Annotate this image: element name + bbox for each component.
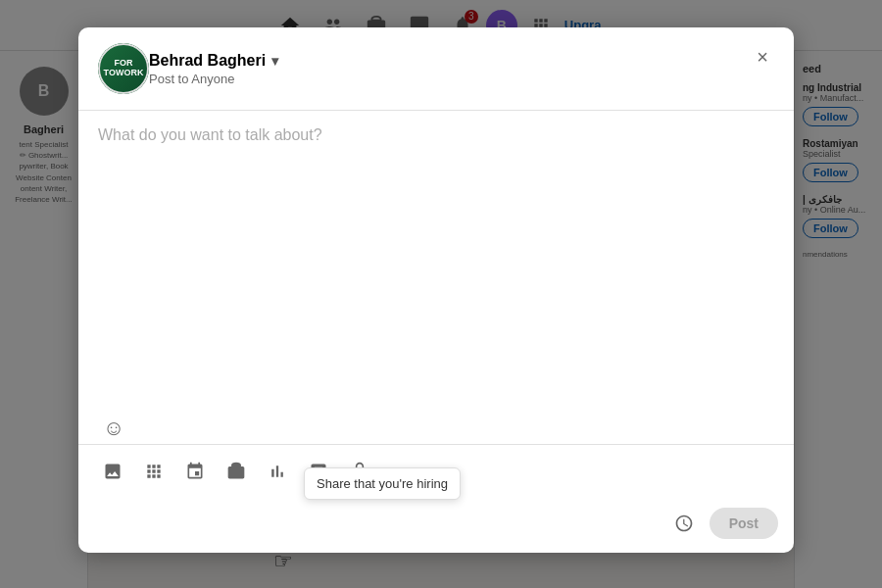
close-button[interactable]: ×	[747, 41, 778, 73]
modal-footer: Post	[78, 498, 794, 553]
post-button[interactable]: Post	[710, 508, 778, 539]
modal-avatar: FORTOWORK	[98, 43, 149, 94]
tooltip: Share that you're hiring	[304, 467, 461, 500]
username-text: Behrad Bagheri	[149, 52, 266, 70]
modal-username: Behrad Bagheri ▾	[149, 52, 774, 70]
emoji-button[interactable]: ☺	[98, 413, 129, 444]
photo-toolbar-btn[interactable]	[94, 453, 131, 490]
video-toolbar-btn[interactable]	[135, 453, 172, 490]
post-modal: FORTOWORK Behrad Bagheri ▾ Post to Anyon…	[78, 27, 794, 553]
hiring-toolbar-btn[interactable]	[218, 453, 255, 490]
chart-toolbar-btn[interactable]	[259, 453, 296, 490]
modal-placeholder-text: What do you want to talk about?	[98, 126, 774, 144]
event-toolbar-btn[interactable]	[176, 453, 214, 490]
dropdown-arrow[interactable]: ▾	[271, 53, 278, 69]
modal-post-target: Post to Anyone	[149, 72, 774, 86]
modal-user-info: Behrad Bagheri ▾ Post to Anyone	[149, 52, 774, 86]
schedule-button[interactable]	[666, 506, 702, 541]
modal-body[interactable]: What do you want to talk about?	[78, 111, 794, 405]
modal-header: FORTOWORK Behrad Bagheri ▾ Post to Anyon…	[78, 27, 794, 111]
emoji-row: ☺	[78, 405, 794, 444]
